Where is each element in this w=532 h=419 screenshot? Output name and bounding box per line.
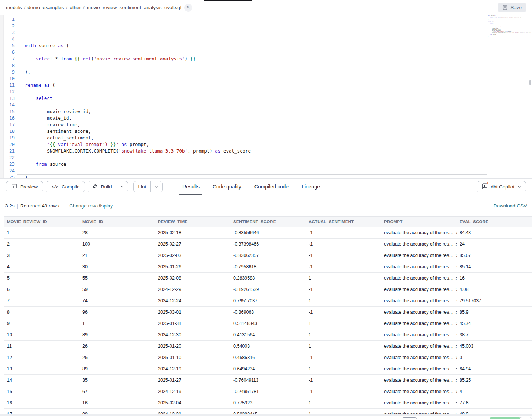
code-line[interactable]: from source: [17, 161, 487, 168]
code-token: 'movie_review_sentiment_analysis': [501, 17, 519, 18]
code-line[interactable]: '{{ var("eval_prompt") }}' as prompt,: [17, 141, 487, 148]
cell-movie_review_id: 9: [4, 318, 79, 329]
breadcrumb-segment[interactable]: demo_examples: [27, 5, 64, 10]
line-number: 21: [4, 148, 17, 154]
code-token: [25, 142, 47, 147]
expand-prompt-icon[interactable]: >: [456, 400, 457, 405]
expand-prompt-icon[interactable]: >: [456, 310, 457, 315]
expand-prompt-icon[interactable]: >: [456, 321, 457, 326]
results-tab-bar: ResultsCode qualityCompiled codeLineage: [176, 178, 327, 195]
tab-results[interactable]: Results: [176, 178, 206, 195]
tab-code-quality[interactable]: Code quality: [206, 178, 248, 195]
code-token: prompt,: [127, 142, 149, 147]
code-content[interactable]: with source as ( select * from {{ ref('m…: [17, 15, 487, 178]
cell-movie_id: 35: [79, 374, 155, 386]
build-button[interactable]: Build: [88, 181, 116, 192]
table-row: 14352025-01-27-0.76049113-1evaluate the …: [4, 374, 532, 386]
expand-prompt-icon[interactable]: >: [456, 344, 457, 349]
compile-button[interactable]: </> Compile: [46, 181, 85, 192]
code-line[interactable]: [17, 154, 487, 161]
edit-filename-icon[interactable]: ✎: [184, 4, 192, 12]
horizontal-scrollbar-track[interactable]: [0, 414, 532, 416]
expand-prompt-icon[interactable]: >: [456, 276, 457, 281]
code-line[interactable]: [17, 168, 487, 174]
build-dropdown-chevron[interactable]: [116, 181, 128, 192]
line-number: 12: [4, 89, 17, 95]
code-line[interactable]: SNOWFLAKE.CORTEX.COMPLETE('snowflake-lla…: [17, 148, 487, 154]
cell-review_time: 2025-02-04: [155, 397, 230, 408]
cell-movie_id: 16: [79, 397, 155, 408]
code-line[interactable]: actual_sentiment,: [17, 135, 487, 141]
cell-eval_score: 64.94: [457, 363, 532, 374]
expand-prompt-icon[interactable]: >: [456, 242, 457, 247]
cell-sentiment_score: -0.24951781: [230, 386, 306, 397]
code-token: eval_score: [525, 32, 531, 33]
cell-review_time: 2025-01-31: [155, 318, 230, 329]
code-line[interactable]: [17, 102, 487, 108]
expand-prompt-icon[interactable]: >: [456, 253, 457, 258]
code-line[interactable]: rename as (: [17, 82, 487, 89]
prompt-preview-text: evaluate the accuracy of the res…: [384, 276, 454, 281]
editor-minimap[interactable]: with source as ( select * from {{ ref('m…: [488, 15, 531, 37]
tab-lineage[interactable]: Lineage: [295, 178, 327, 195]
expand-prompt-icon[interactable]: >: [456, 378, 457, 383]
breadcrumb-segment[interactable]: other: [70, 5, 81, 10]
code-line[interactable]: [17, 62, 487, 69]
breadcrumb-segment[interactable]: movie_review_sentiment_analysis_eval.sql: [87, 5, 181, 10]
cell-sentiment_score: 0.79517037: [230, 295, 306, 306]
dbt-copilot-button[interactable]: dbt Copilot: [477, 181, 526, 192]
expand-prompt-icon[interactable]: >: [456, 389, 457, 394]
expand-prompt-icon[interactable]: >: [456, 366, 457, 371]
preview-button[interactable]: Preview: [6, 181, 43, 192]
code-line[interactable]: select: [17, 95, 487, 102]
cell-eval_score: 85.9: [457, 306, 532, 318]
code-line[interactable]: ),: [17, 69, 487, 75]
lint-button[interactable]: Lint: [134, 181, 150, 192]
code-token: 'snowflake-llama-3.3-70b': [119, 148, 187, 154]
build-hammer-icon: [92, 183, 98, 190]
editor-scrollbar[interactable]: [529, 80, 531, 85]
expand-prompt-icon[interactable]: >: [456, 264, 457, 269]
expand-prompt-icon[interactable]: >: [456, 298, 457, 303]
line-number: 19: [4, 135, 17, 141]
expand-prompt-icon[interactable]: >: [456, 287, 457, 292]
expand-prompt-icon[interactable]: >: [456, 332, 457, 337]
rows-returned: Returned 49 rows.: [20, 203, 60, 209]
download-csv-link[interactable]: Download CSV: [493, 203, 527, 209]
line-number: 2: [4, 23, 17, 29]
expand-prompt-icon[interactable]: >: [456, 355, 457, 360]
code-line[interactable]: select * from {{ ref('movie_review_senti…: [17, 56, 487, 62]
tab-compiled-code[interactable]: Compiled code: [248, 178, 295, 195]
code-line[interactable]: [17, 89, 487, 95]
code-line[interactable]: [17, 75, 487, 82]
cell-prompt: evaluate the accuracy of the res…>: [381, 340, 457, 352]
cell-review_time: 2025-01-26: [155, 261, 230, 272]
cell-actual_sentiment: 1: [306, 397, 381, 408]
code-line[interactable]: movie_review_id,: [17, 108, 487, 115]
code-token: ': [47, 142, 50, 147]
code-line[interactable]: with source as (: [17, 42, 487, 49]
lint-dropdown-chevron[interactable]: [150, 181, 162, 192]
cell-prompt: evaluate the accuracy of the res…>: [381, 295, 457, 306]
cell-sentiment_score: -0.19261539: [230, 284, 306, 295]
partial-bottom-button[interactable]: [520, 417, 532, 419]
code-line[interactable]: [17, 49, 487, 56]
expand-prompt-icon[interactable]: >: [456, 230, 457, 235]
line-number: 7: [4, 56, 17, 62]
save-button[interactable]: Save: [498, 3, 526, 12]
code-line[interactable]: review_time,: [17, 121, 487, 128]
code-editor[interactable]: 1234567891011121314151617181920212223242…: [0, 15, 532, 178]
code-line[interactable]: movie_id,: [17, 115, 487, 121]
partial-ready-pill[interactable]: [490, 417, 520, 419]
code-line[interactable]: ): [17, 174, 487, 178]
change-row-display-link[interactable]: Change row display: [69, 203, 113, 209]
partial-bottom-button[interactable]: [402, 417, 417, 419]
cell-prompt: evaluate the accuracy of the res…>: [381, 329, 457, 340]
cell-prompt: evaluate the accuracy of the res…>: [381, 272, 457, 284]
code-token: SNOWFLAKE.CORTEX.COMPLETE(: [25, 148, 119, 154]
code-line[interactable]: sentiment_score,: [17, 128, 487, 135]
code-token: ): [488, 36, 488, 37]
breadcrumb-segment[interactable]: models: [6, 5, 22, 10]
cell-eval_score: 4.08: [457, 284, 532, 295]
lint-button-label: Lint: [138, 184, 146, 190]
